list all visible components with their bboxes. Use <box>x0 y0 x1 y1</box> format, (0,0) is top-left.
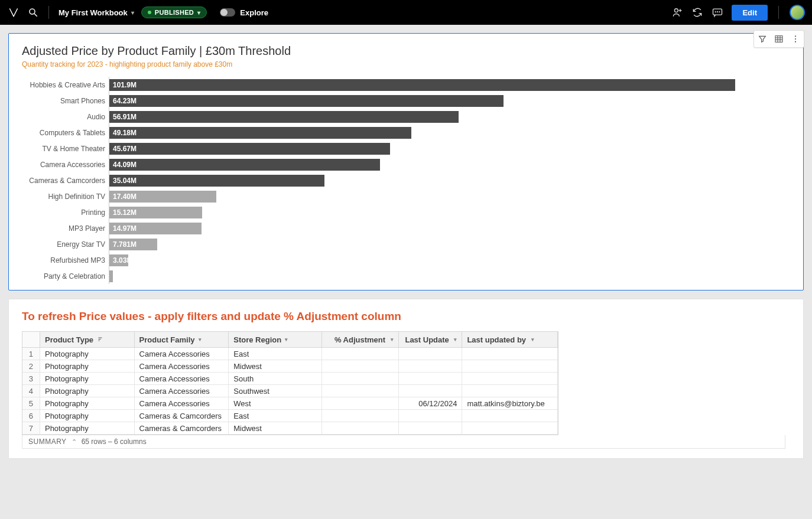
svg-point-6 <box>716 12 716 12</box>
user-avatar[interactable] <box>790 5 805 20</box>
bar-row: Refurbished MP33.038 <box>22 252 790 268</box>
bar[interactable]: 15.12M <box>109 207 202 218</box>
chart-subtitle: Quantity tracking for 2023 - highlightin… <box>22 60 790 68</box>
summary-text: 65 rows – 6 columns <box>82 438 147 446</box>
rownum-cell: 6 <box>22 410 40 422</box>
bar-category-label: Smart Phones <box>22 93 109 109</box>
cell-last-update: 06/12/2024 <box>399 397 463 409</box>
edit-button[interactable]: Edit <box>732 5 768 21</box>
table-row[interactable]: 1PhotographyCamera AccessoriesEast <box>22 348 558 360</box>
cell-last-updated-by <box>462 422 558 434</box>
bar-track: 17.40M <box>109 190 790 204</box>
cell-store-region: Midwest <box>229 360 322 372</box>
bar-row: MP3 Player14.97M <box>22 220 790 236</box>
cell-store-region: Midwest <box>229 422 322 434</box>
cell-product-family: Camera Accessories <box>135 360 229 372</box>
bar[interactable]: 56.91M <box>109 111 459 123</box>
bar[interactable] <box>109 270 113 282</box>
bar[interactable]: 3.038 <box>109 254 128 266</box>
cell-last-update <box>399 385 463 397</box>
cell-store-region: East <box>229 348 322 360</box>
header-divider <box>778 6 779 19</box>
bar-track: 14.97M <box>109 221 790 236</box>
cell-product-family: Camera Accessories <box>135 385 229 397</box>
filter-icon[interactable] <box>754 31 771 47</box>
cell-product-type: Photography <box>40 422 135 434</box>
table-row[interactable]: 5PhotographyCamera AccessoriesWest06/12/… <box>22 397 558 410</box>
explore-label: Explore <box>240 8 268 17</box>
column-header-pct-adjustment[interactable]: % Adjustment ▾ <box>322 332 399 347</box>
add-user-icon[interactable] <box>671 6 683 18</box>
column-label: Store Region <box>233 335 281 344</box>
bar-category-label: Energy Star TV <box>22 236 109 252</box>
cell-last-updated-by <box>462 410 558 422</box>
table-row[interactable]: 2PhotographyCamera AccessoriesMidwest <box>22 360 558 373</box>
bar[interactable]: 7.781M <box>109 239 157 250</box>
table-panel: To refresh Price values - apply filters … <box>8 299 804 459</box>
cell-last-update <box>399 373 463 384</box>
cell-product-type: Photography <box>40 373 135 384</box>
column-header-product-type[interactable]: Product Type <box>40 332 135 347</box>
bar-track: 45.67M <box>109 142 790 156</box>
comment-icon[interactable] <box>712 6 723 18</box>
cell-product-family: Cameras & Camcorders <box>135 410 229 422</box>
bar[interactable]: 44.09M <box>109 159 380 171</box>
cell-product-type: Photography <box>40 410 135 422</box>
grid-body: 1PhotographyCamera AccessoriesEast2Photo… <box>22 348 558 435</box>
table-row[interactable]: 4PhotographyCamera AccessoriesSouthwest <box>22 385 558 397</box>
grid-summary-bar[interactable]: SUMMARY ⌃ 65 rows – 6 columns <box>22 435 785 449</box>
cell-product-type: Photography <box>40 360 135 372</box>
caret-down-icon: ▾ <box>453 337 457 342</box>
table-row[interactable]: 3PhotographyCamera AccessoriesSouth <box>22 373 558 385</box>
app-logo-icon[interactable] <box>7 6 20 19</box>
cell-pct-adjustment <box>322 422 399 434</box>
rownum-cell: 4 <box>22 385 40 397</box>
column-header-last-updated-by[interactable]: Last updated by ▾ <box>462 332 558 347</box>
publish-status-badge[interactable]: PUBLISHED ▾ <box>141 6 207 18</box>
caret-down-icon: ▾ <box>530 337 534 342</box>
table-row[interactable]: 6PhotographyCameras & CamcordersEast <box>22 410 558 422</box>
bar-row: High Definition TV17.40M <box>22 188 790 204</box>
status-dot-icon <box>148 11 151 14</box>
cell-last-updated-by <box>462 373 558 384</box>
rownum-header <box>22 332 40 347</box>
chevron-up-icon: ⌃ <box>72 438 77 446</box>
bar[interactable]: 101.9M <box>109 79 735 91</box>
column-header-product-family[interactable]: Product Family ▾ <box>135 332 229 347</box>
bar-track: 56.91M <box>109 110 790 124</box>
bar[interactable]: 49.18M <box>109 127 411 139</box>
cell-last-updated-by <box>462 385 558 397</box>
column-header-store-region[interactable]: Store Region ▾ <box>229 332 322 347</box>
column-label: Last Update <box>405 335 449 344</box>
refresh-icon[interactable] <box>691 6 703 18</box>
chevron-down-icon: ▾ <box>197 9 200 16</box>
bar[interactable]: 14.97M <box>109 223 202 234</box>
column-header-last-update[interactable]: Last Update ▾ <box>399 332 463 347</box>
bar[interactable]: 17.40M <box>109 191 216 203</box>
table-instruction: To refresh Price values - apply filters … <box>22 310 790 323</box>
cell-last-update <box>399 360 463 372</box>
svg-point-0 <box>30 9 35 14</box>
bar-category-label: Cameras & Camcorders <box>22 172 109 188</box>
caret-down-icon: ▾ <box>285 337 288 342</box>
cell-product-family: Cameras & Camcorders <box>135 422 229 434</box>
table-row[interactable]: 7PhotographyCameras & CamcordersMidwest <box>22 422 558 435</box>
explore-toggle[interactable]: Explore <box>220 8 268 17</box>
app-header: My First Workbook ▾ PUBLISHED ▾ Explore … <box>0 0 812 25</box>
search-icon[interactable] <box>27 6 39 18</box>
workbook-title-dropdown[interactable]: My First Workbook ▾ <box>59 8 134 17</box>
bar-category-label: MP3 Player <box>22 220 109 236</box>
rownum-cell: 5 <box>22 397 40 409</box>
column-label: % Adjustment <box>334 335 385 344</box>
table-view-icon[interactable] <box>771 31 787 47</box>
bar-track: 15.12M <box>109 205 790 220</box>
bar[interactable]: 45.67M <box>109 143 390 155</box>
bar-category-label: Audio <box>22 109 109 125</box>
more-options-icon[interactable] <box>787 31 804 47</box>
svg-point-14 <box>795 35 796 37</box>
bar[interactable]: 64.23M <box>109 95 504 107</box>
cell-product-type: Photography <box>40 397 135 409</box>
rownum-cell: 1 <box>22 348 40 360</box>
bar[interactable]: 35.04M <box>109 175 324 187</box>
publish-status-label: PUBLISHED <box>155 9 194 16</box>
